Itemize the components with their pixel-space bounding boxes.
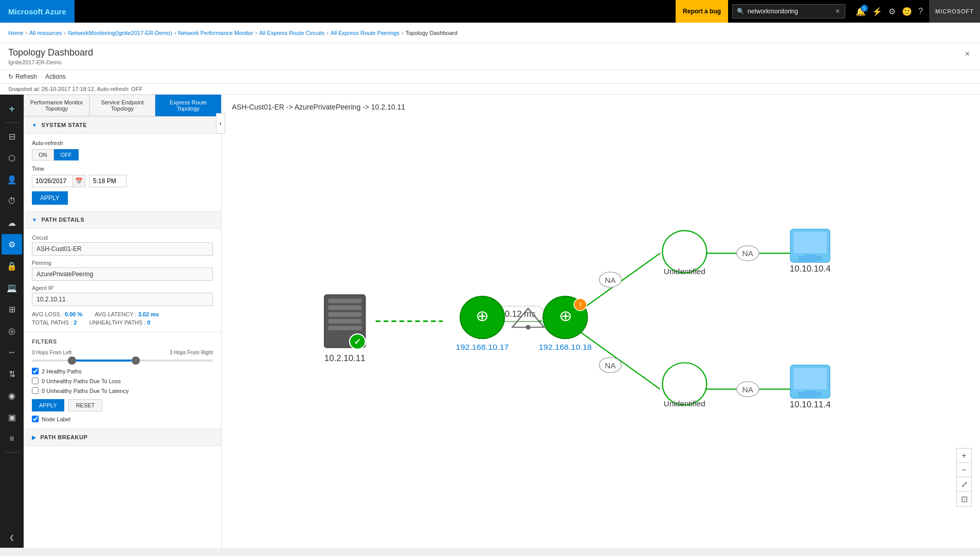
notification-bell[interactable]: 🔔 5	[854, 5, 868, 19]
cloud-shell-icon[interactable]: ⚡	[870, 5, 884, 19]
filter-reset-button[interactable]: RESET	[68, 399, 103, 411]
zoom-fit-button[interactable]: ⤢	[957, 477, 971, 492]
agent-ip-field: Agent IP	[32, 285, 213, 306]
zoom-out-button[interactable]: −	[957, 463, 971, 477]
breadcrumb-network-monitoring[interactable]: NetworkMonitoring(Ignite2017-ER-Demo)	[68, 30, 172, 36]
path-breakup-title: PATH BREAKUP	[41, 434, 88, 440]
path-details-title: PATH DETAILS	[41, 217, 84, 223]
zoom-in-button[interactable]: +	[957, 449, 971, 463]
path-details-header[interactable]: ▼ PATH DETAILS	[24, 211, 221, 228]
refresh-button[interactable]: ↻ Refresh	[8, 73, 37, 80]
time-row: 📅	[32, 175, 213, 187]
side-nav-connections[interactable]: ↔	[2, 342, 22, 363]
node-agent[interactable]: ✓ 10.2.10.11	[324, 295, 366, 363]
side-nav-monitor[interactable]: 💻	[2, 277, 22, 298]
node-unidentified1[interactable]: Unidentified	[662, 230, 706, 276]
side-nav-settings[interactable]: ⚙	[2, 234, 22, 255]
path-breakup-header[interactable]: ▶ PATH BREAKUP	[24, 429, 221, 446]
latency-paths-checkbox[interactable]	[32, 387, 39, 394]
breadcrumb-npm[interactable]: Network Performance Monitor	[178, 30, 253, 36]
side-nav-tools[interactable]: ⊞	[2, 299, 22, 319]
side-nav-collapse[interactable]: ❮	[2, 527, 22, 548]
node-unid2-label: Unidentified	[664, 400, 705, 408]
clear-search-icon[interactable]: ✕	[835, 8, 840, 15]
settings-icon[interactable]: ⚙	[886, 5, 898, 19]
svg-rect-8	[328, 312, 361, 317]
slider-thumb-left[interactable]	[68, 356, 76, 365]
breadcrumb: Home › All resources › NetworkMonitoring…	[0, 23, 980, 43]
side-nav-cloud[interactable]: ☁	[2, 212, 22, 233]
avg-latency-value: 3.02 ms	[138, 311, 159, 317]
node-label-text: Node Label	[42, 416, 70, 422]
slider-track	[32, 360, 213, 362]
side-nav-blue[interactable]: ◉	[2, 385, 22, 406]
system-state-header[interactable]: ▼ SYSTEM STATE	[24, 117, 221, 134]
search-input[interactable]	[748, 8, 835, 15]
node-router1[interactable]: ⊕ 192.168.10.17	[456, 296, 509, 351]
actions-button[interactable]: Actions	[45, 73, 65, 80]
report-bug-button[interactable]: Report a bug	[676, 0, 728, 23]
edge-label-na1: NA	[605, 276, 615, 284]
node-unidentified2[interactable]: Unidentified	[662, 363, 706, 408]
side-nav-list[interactable]: ≡	[2, 428, 22, 449]
tab-performance[interactable]: Performance Monitor Topology	[24, 95, 89, 116]
tab-express-route[interactable]: Express Route Topology	[155, 95, 221, 116]
calendar-icon[interactable]: 📅	[72, 175, 85, 187]
side-nav-sep1	[4, 122, 20, 123]
node-dest1[interactable]: 10.10.10.4	[790, 229, 831, 273]
auto-refresh-label: Auto-refresh	[32, 140, 213, 146]
side-nav-security[interactable]: 🔒	[2, 256, 22, 276]
snapshot-bar: Snapshot at: 26-10-2017 17:18:12, Auto-r…	[0, 84, 980, 95]
side-nav-connections2[interactable]: ⇅	[2, 364, 22, 384]
close-button[interactable]: ×	[963, 47, 972, 61]
loss-paths-checkbox[interactable]	[32, 378, 39, 384]
tab-service[interactable]: Service Endpoint Topology	[89, 95, 155, 116]
breadcrumb-er-circuits[interactable]: All Express Route Circuits	[259, 30, 324, 36]
time-input[interactable]	[90, 175, 126, 187]
healthy-paths-checkbox[interactable]	[32, 368, 39, 374]
avg-latency-stat: AVG LATENCY : 3.02 ms	[95, 311, 159, 317]
unhealthy-paths-label: UNHEALTHY PATHS :	[89, 319, 146, 326]
slider-fill	[68, 360, 131, 362]
toggle-off-button[interactable]: OFF	[54, 149, 79, 160]
node-dest2[interactable]: 10.10.11.4	[790, 365, 831, 409]
azure-logo[interactable]: Microsoft Azure	[0, 0, 75, 23]
side-nav-activity[interactable]: ⬡	[2, 148, 22, 168]
svg-text:!: !	[579, 300, 581, 309]
path-breakup-arrow: ▶	[32, 435, 37, 440]
breadcrumb-home[interactable]: Home	[8, 30, 23, 36]
user-label[interactable]: MICROSOFT	[929, 0, 980, 23]
slider-thumb-right[interactable]	[132, 356, 140, 365]
unhealthy-paths-value: 0	[147, 319, 150, 326]
smile-icon[interactable]: 🙂	[900, 5, 914, 19]
node-agent-label: 10.2.10.11	[324, 354, 366, 364]
page-title: Topology Dashboard	[8, 47, 93, 58]
help-icon[interactable]: ?	[916, 5, 925, 18]
filter-apply-button[interactable]: APPLY	[32, 399, 64, 411]
toggle-on-button[interactable]: ON	[32, 149, 54, 160]
side-nav-network[interactable]: ◎	[2, 320, 22, 341]
apply-time-button[interactable]: APPLY	[32, 191, 68, 205]
edge-label-na3: NA	[742, 249, 753, 258]
search-box[interactable]: 🔍 ✕	[732, 4, 845, 19]
side-nav-users[interactable]: 👤	[2, 169, 22, 190]
agent-ip-label: Agent IP	[32, 285, 213, 291]
avg-loss-label: AVG LOSS :	[32, 311, 63, 317]
side-nav-add[interactable]: +	[2, 99, 22, 119]
breadcrumb-all-resources[interactable]: All resources	[29, 30, 62, 36]
date-input[interactable]	[32, 175, 72, 187]
hops-slider[interactable]	[32, 360, 213, 362]
system-state-title: SYSTEM STATE	[41, 122, 87, 128]
side-nav-dark[interactable]: ▣	[2, 407, 22, 427]
system-state-arrow: ▼	[32, 122, 37, 128]
zoom-lock-button[interactable]: ⊡	[957, 492, 971, 506]
total-paths-value: 2	[74, 319, 77, 326]
svg-point-22	[662, 363, 706, 405]
node-label-checkbox[interactable]	[32, 416, 39, 422]
breadcrumb-er-peerings[interactable]: All Express Route Peerings	[331, 30, 400, 36]
node-dest1-label: 10.10.10.4	[790, 264, 831, 274]
side-nav-recent[interactable]: ⏱	[2, 191, 22, 211]
node-router2[interactable]: ⊕ ! 192.168.10.18	[539, 296, 592, 351]
panel-collapse-btn[interactable]: ‹	[216, 113, 222, 134]
side-nav-dashboard[interactable]: ⊟	[2, 126, 22, 147]
